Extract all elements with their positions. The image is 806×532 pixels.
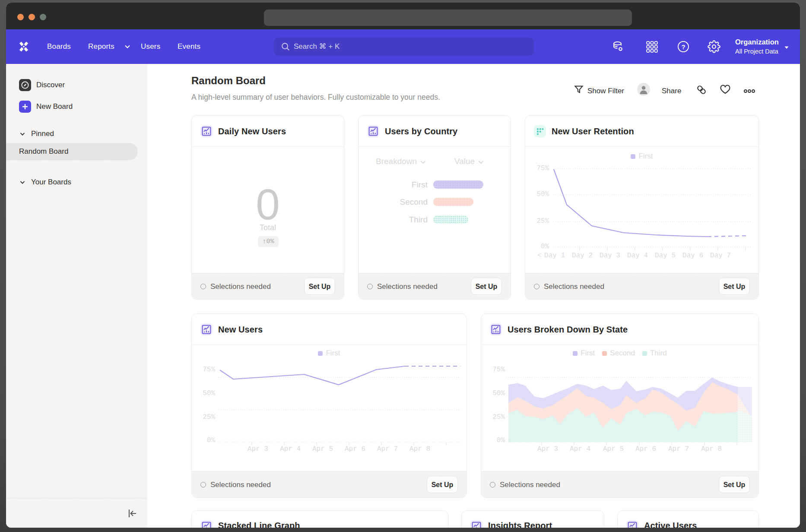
- svg-text:?: ?: [681, 43, 685, 51]
